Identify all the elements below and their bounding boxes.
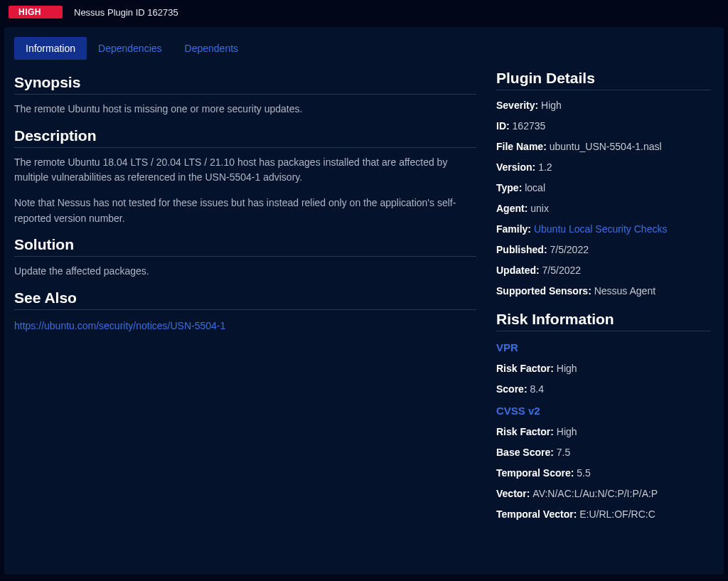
cvss2-value: High: [557, 426, 577, 437]
cvss2-key: Base Score:: [496, 447, 557, 458]
tab-dependencies[interactable]: Dependencies: [87, 37, 173, 60]
side-column: Plugin Details Severity: HighID: 162735F…: [496, 70, 711, 529]
solution-heading: Solution: [14, 236, 476, 257]
detail-key: Agent:: [496, 203, 530, 214]
detail-value: unix: [530, 203, 549, 214]
main-column: Synopsis The remote Ubuntu host is missi…: [14, 70, 476, 529]
cvss2-value: 5.5: [577, 467, 590, 479]
detail-row: Supported Sensors: Nessus Agent: [496, 285, 711, 297]
vpr-heading[interactable]: VPR: [496, 341, 711, 353]
detail-row: Published: 7/5/2022: [496, 244, 711, 255]
risk-information-heading: Risk Information: [496, 311, 711, 331]
detail-row: Score: 8.4: [496, 383, 711, 395]
tab-dependents[interactable]: Dependents: [173, 37, 250, 60]
top-bar: HIGH Nessus Plugin ID 162735: [0, 0, 728, 23]
detail-row: Temporal Score: 5.5: [496, 467, 711, 479]
cvss2-key: Risk Factor:: [496, 426, 557, 437]
detail-key: Published:: [496, 244, 550, 255]
detail-row: Severity: High: [496, 100, 711, 111]
vpr-value: High: [557, 363, 577, 374]
detail-row: Agent: unix: [496, 203, 711, 214]
plugin-details-heading: Plugin Details: [496, 70, 711, 90]
detail-key: Type:: [496, 182, 525, 193]
vpr-key: Score:: [496, 383, 530, 395]
detail-value: 7/5/2022: [550, 244, 589, 255]
description-heading: Description: [14, 127, 476, 148]
plugin-id-label: Nessus Plugin ID 162735: [74, 7, 178, 18]
cvss2-key: Temporal Vector:: [496, 508, 579, 520]
description-text-2: Note that Nessus has not tested for thes…: [14, 196, 476, 226]
detail-row: Vector: AV:N/AC:L/Au:N/C:P/I:P/A:P: [496, 488, 711, 499]
cvss2-key: Vector:: [496, 488, 532, 499]
detail-row: Risk Factor: High: [496, 426, 711, 437]
tab-information[interactable]: Information: [14, 37, 87, 60]
detail-value: 162735: [513, 120, 546, 132]
detail-key: File Name:: [496, 141, 550, 152]
cvss-v2-heading[interactable]: CVSS v2: [496, 405, 711, 417]
tab-bar: Information Dependencies Dependents: [4, 27, 724, 60]
synopsis-text: The remote Ubuntu host is missing one or…: [14, 102, 476, 117]
vpr-value: 8.4: [530, 383, 543, 395]
detail-value-link[interactable]: Ubuntu Local Security Checks: [534, 223, 668, 235]
detail-key: Updated:: [496, 265, 542, 276]
detail-value: local: [525, 182, 545, 193]
vpr-key: Risk Factor:: [496, 363, 557, 374]
detail-row: Type: local: [496, 182, 711, 193]
detail-row: Base Score: 7.5: [496, 447, 711, 458]
cvss2-value: 7.5: [557, 447, 570, 458]
see-also-link[interactable]: https://ubuntu.com/security/notices/USN-…: [14, 320, 225, 331]
cvss2-value: E:U/RL:OF/RC:C: [579, 508, 655, 520]
solution-text: Update the affected packages.: [14, 264, 476, 279]
detail-value: ubuntu_USN-5504-1.nasl: [550, 141, 662, 152]
detail-key: Version:: [496, 161, 538, 173]
detail-row: Family: Ubuntu Local Security Checks: [496, 223, 711, 235]
see-also-heading: See Also: [14, 289, 476, 310]
detail-key: Family:: [496, 223, 534, 235]
detail-value: High: [541, 100, 562, 111]
content-panel: Information Dependencies Dependents Syno…: [4, 27, 724, 575]
detail-row: ID: 162735: [496, 120, 711, 132]
description-text-1: The remote Ubuntu 18.04 LTS / 20.04 LTS …: [14, 155, 476, 186]
detail-value: 1.2: [538, 161, 552, 173]
detail-row: File Name: ubuntu_USN-5504-1.nasl: [496, 141, 711, 152]
detail-value: Nessus Agent: [594, 285, 655, 297]
severity-badge: HIGH: [9, 6, 63, 18]
detail-value: 7/5/2022: [542, 265, 582, 276]
detail-row: Updated: 7/5/2022: [496, 265, 711, 276]
detail-key: ID:: [496, 120, 513, 132]
detail-row: Risk Factor: High: [496, 363, 711, 374]
detail-row: Temporal Vector: E:U/RL:OF/RC:C: [496, 508, 711, 520]
detail-row: Version: 1.2: [496, 161, 711, 173]
cvss2-key: Temporal Score:: [496, 467, 577, 479]
synopsis-heading: Synopsis: [14, 74, 476, 95]
cvss2-value: AV:N/AC:L/Au:N/C:P/I:P/A:P: [532, 488, 658, 499]
detail-key: Severity:: [496, 100, 541, 111]
detail-key: Supported Sensors:: [496, 285, 594, 297]
